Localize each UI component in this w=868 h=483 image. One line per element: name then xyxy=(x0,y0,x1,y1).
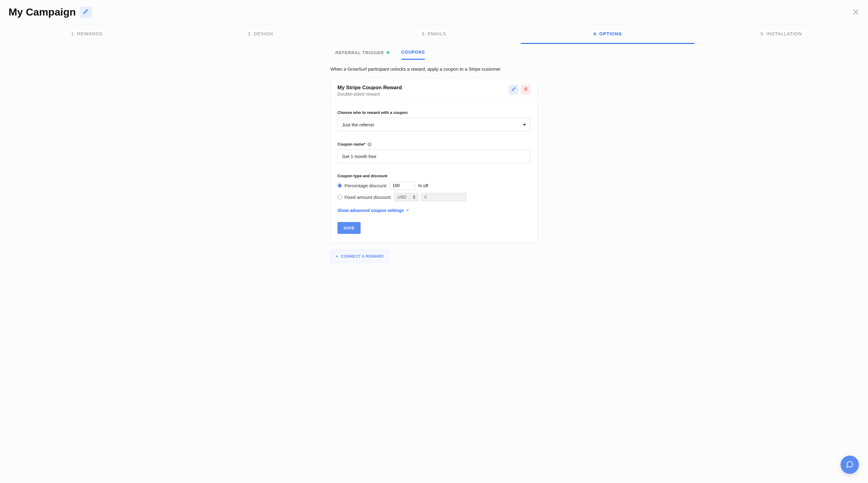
inner-tab-coupons[interactable]: COUPONS xyxy=(401,44,425,60)
step-tab-emails[interactable]: 3. EMAILS xyxy=(347,24,521,44)
fixed-discount-row: Fixed amount discount: USD $ xyxy=(337,193,531,201)
step-tab-design[interactable]: 2. DESIGN xyxy=(174,24,347,44)
inner-tabs: REFERRAL TRIGGER COUPONS xyxy=(331,44,537,60)
delete-coupon-button[interactable] xyxy=(521,85,531,94)
select-value: Just the referrer xyxy=(342,122,374,127)
coupon-name-label-text: Coupon name* xyxy=(337,142,366,147)
content-area: REFERRAL TRIGGER COUPONS When a GrowSurf… xyxy=(0,44,868,281)
coupon-card: My Stripe Coupon Reward Double-sided rew… xyxy=(331,78,537,243)
edit-title-button[interactable] xyxy=(80,6,92,18)
who-to-reward-field: Choose who to reward with a coupon Just … xyxy=(337,110,531,132)
save-row: SAVE xyxy=(337,222,531,234)
step-tab-options[interactable]: 4. OPTIONS xyxy=(521,24,694,44)
coupon-type-label: Coupon type and discount xyxy=(337,173,531,178)
step-tab-rewards[interactable]: 1. REWARDS xyxy=(0,24,174,44)
page-title: My Campaign xyxy=(8,6,76,18)
close-icon: ✕ xyxy=(852,7,860,17)
percentage-discount-label: Percentage discount: xyxy=(344,183,388,188)
inner-tab-referral-trigger[interactable]: REFERRAL TRIGGER xyxy=(335,45,389,59)
fixed-discount-label: Fixed amount discount: xyxy=(344,195,392,200)
info-icon[interactable]: i xyxy=(367,142,372,147)
connect-reward-label: CONNECT A REWARD xyxy=(341,254,383,259)
inner-tab-label: REFERRAL TRIGGER xyxy=(335,50,384,55)
connect-reward-button[interactable]: + CONNECT A REWARD xyxy=(331,250,389,262)
page-header: My Campaign ✕ xyxy=(0,0,868,24)
inner-tab-label: COUPONS xyxy=(401,50,425,55)
fixed-amount-input[interactable] xyxy=(421,193,467,201)
show-advanced-settings-link[interactable]: Show advanced coupon settings xyxy=(337,208,409,213)
currency-code: USD xyxy=(394,193,410,201)
coupon-card-body: Choose who to reward with a coupon Just … xyxy=(331,103,537,243)
coupons-description: When a GrowSurf participant unlocks a re… xyxy=(331,65,537,78)
currency-symbol: $ xyxy=(410,193,418,201)
caret-down-icon xyxy=(523,124,526,126)
plus-icon: + xyxy=(336,254,338,259)
coupon-name-input[interactable] xyxy=(337,150,531,163)
pencil-icon xyxy=(83,9,88,15)
status-dot-icon xyxy=(386,51,389,54)
trash-icon xyxy=(524,87,528,92)
pencil-icon xyxy=(512,87,516,92)
currency-selector[interactable]: USD $ xyxy=(394,193,418,201)
percentage-suffix: % off xyxy=(418,183,428,188)
save-button[interactable]: SAVE xyxy=(337,222,361,234)
coupon-card-header: My Stripe Coupon Reward Double-sided rew… xyxy=(331,78,537,103)
percentage-discount-radio[interactable] xyxy=(337,183,342,188)
step-tab-installation[interactable]: 5. INSTALLATION xyxy=(694,24,868,44)
percentage-discount-input[interactable] xyxy=(390,181,415,190)
coupon-card-subtitle: Double-sided reward xyxy=(337,91,402,97)
close-button[interactable]: ✕ xyxy=(852,8,860,17)
coupon-card-titles: My Stripe Coupon Reward Double-sided rew… xyxy=(337,85,402,97)
edit-coupon-button[interactable] xyxy=(508,85,518,94)
step-tabs: 1. REWARDS 2. DESIGN 3. EMAILS 4. OPTION… xyxy=(0,24,868,44)
page-title-wrap: My Campaign xyxy=(8,6,92,18)
coupon-name-field: Coupon name* i xyxy=(337,142,531,163)
coupon-card-actions xyxy=(508,85,531,94)
options-panel: REFERRAL TRIGGER COUPONS When a GrowSurf… xyxy=(331,44,537,262)
chevron-down-icon xyxy=(406,208,409,213)
fixed-discount-radio[interactable] xyxy=(337,195,342,199)
percentage-discount-row: Percentage discount: % off xyxy=(337,181,531,190)
coupon-type-field: Coupon type and discount Percentage disc… xyxy=(337,173,531,201)
advanced-link-label: Show advanced coupon settings xyxy=(337,208,404,213)
coupon-card-title: My Stripe Coupon Reward xyxy=(337,85,402,91)
who-to-reward-select[interactable]: Just the referrer xyxy=(337,118,531,132)
who-to-reward-label: Choose who to reward with a coupon xyxy=(337,110,531,115)
coupon-name-label: Coupon name* i xyxy=(337,142,531,147)
